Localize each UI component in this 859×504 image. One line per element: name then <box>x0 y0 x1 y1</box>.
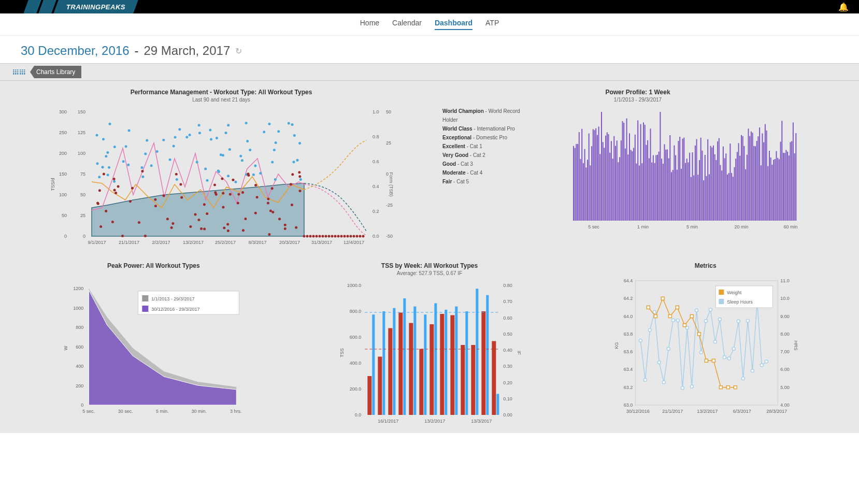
svg-text:0.0: 0.0 <box>354 412 361 417</box>
svg-rect-253 <box>651 163 652 221</box>
svg-rect-494 <box>719 290 724 295</box>
svg-rect-314 <box>737 152 738 221</box>
svg-point-138 <box>291 204 293 206</box>
svg-rect-302 <box>720 165 721 221</box>
svg-point-169 <box>141 170 144 172</box>
svg-rect-353 <box>791 141 792 221</box>
svg-point-43 <box>98 176 101 178</box>
svg-rect-207 <box>587 160 588 221</box>
nav-dashboard[interactable]: Dashboard <box>435 19 473 30</box>
svg-rect-343 <box>777 158 778 221</box>
svg-text:6.00: 6.00 <box>781 367 790 372</box>
svg-point-46 <box>209 129 211 132</box>
pp-subtitle: 1/1/2013 - 29/3/2017 <box>437 97 838 103</box>
svg-point-154 <box>298 171 300 174</box>
svg-rect-419 <box>481 311 485 415</box>
dashboard-toolbar: 𝍖𝍖 Charts Library <box>0 63 859 81</box>
svg-text:21/1/2017: 21/1/2017 <box>119 240 139 245</box>
svg-rect-219 <box>604 148 605 221</box>
svg-point-112 <box>278 218 281 220</box>
svg-rect-354 <box>793 122 794 221</box>
svg-point-186 <box>331 235 334 238</box>
notifications-icon[interactable]: 🔔 <box>838 2 849 12</box>
svg-rect-339 <box>771 165 772 221</box>
svg-rect-258 <box>658 152 660 221</box>
svg-rect-313 <box>735 159 736 221</box>
svg-rect-197 <box>573 146 574 221</box>
svg-point-76 <box>196 161 198 163</box>
logo[interactable]: TRAININGPEAKS <box>0 0 136 13</box>
svg-text:13/3/2017: 13/3/2017 <box>471 419 492 424</box>
svg-rect-487 <box>734 386 737 389</box>
metrics-panel[interactable]: Metrics 63.063.263.463.663.864.064.264.4… <box>572 262 838 425</box>
charts-library-tab[interactable]: Charts Library <box>30 66 81 78</box>
svg-text:0.60: 0.60 <box>503 315 512 321</box>
svg-rect-263 <box>665 150 666 221</box>
svg-rect-486 <box>727 386 730 389</box>
svg-point-67 <box>96 134 98 137</box>
svg-rect-303 <box>721 170 722 221</box>
svg-rect-403 <box>398 313 403 415</box>
svg-point-58 <box>222 154 224 156</box>
svg-text:0.30: 0.30 <box>503 364 512 369</box>
svg-point-145 <box>163 194 165 197</box>
svg-rect-214 <box>597 135 598 221</box>
svg-text:150: 150 <box>59 171 67 177</box>
svg-text:8.00: 8.00 <box>781 332 790 337</box>
svg-point-142 <box>154 198 156 201</box>
svg-point-132 <box>180 196 183 199</box>
chart-view-icon[interactable]: 𝍖𝍖 <box>12 68 26 76</box>
svg-rect-251 <box>649 158 650 221</box>
svg-text:0.0: 0.0 <box>373 234 379 239</box>
svg-point-174 <box>96 201 99 204</box>
svg-rect-283 <box>693 176 694 221</box>
svg-text:20 min: 20 min <box>734 224 748 229</box>
svg-point-136 <box>291 173 294 176</box>
power-profile-panel[interactable]: Power Profile: 1 Week 1/1/2013 - 29/3/20… <box>437 89 838 252</box>
nav-home[interactable]: Home <box>360 19 379 30</box>
svg-text:63.2: 63.2 <box>624 385 633 390</box>
svg-rect-296 <box>711 148 712 221</box>
svg-rect-475 <box>647 306 650 309</box>
nav-calendar[interactable]: Calendar <box>392 19 422 30</box>
svg-point-87 <box>141 176 144 178</box>
refresh-icon[interactable]: ↻ <box>235 46 242 56</box>
svg-point-464 <box>719 318 722 321</box>
svg-rect-206 <box>585 167 586 221</box>
svg-rect-351 <box>789 155 790 221</box>
svg-rect-308 <box>728 173 729 221</box>
peak-power-panel[interactable]: Peak Power: All Workout Types 0200400600… <box>21 262 287 425</box>
svg-rect-205 <box>584 149 585 221</box>
tss-week-panel[interactable]: TSS by Week: All Workout Types Average: … <box>297 262 563 425</box>
date-end[interactable]: 29 March, 2017 <box>144 44 230 58</box>
svg-text:5 min: 5 min <box>686 224 698 229</box>
svg-rect-335 <box>766 131 767 221</box>
svg-rect-275 <box>682 139 683 221</box>
svg-rect-345 <box>780 142 781 221</box>
svg-text:63.0: 63.0 <box>624 402 633 408</box>
svg-rect-415 <box>461 345 465 415</box>
svg-text:0.6: 0.6 <box>373 159 379 164</box>
svg-rect-285 <box>696 139 697 221</box>
svg-rect-478 <box>669 315 672 318</box>
svg-point-162 <box>290 183 292 185</box>
nav-atp[interactable]: ATP <box>485 19 499 30</box>
svg-text:0: 0 <box>83 234 85 239</box>
date-start[interactable]: 30 December, 2016 <box>21 44 129 58</box>
svg-rect-210 <box>591 146 592 221</box>
svg-text:31/3/2017: 31/3/2017 <box>311 240 332 245</box>
svg-point-183 <box>322 235 324 238</box>
pp-category-legend: World Champion - World Record HolderWorl… <box>437 107 531 236</box>
svg-point-153 <box>295 226 297 229</box>
svg-rect-336 <box>767 166 768 221</box>
svg-rect-260 <box>661 159 662 221</box>
svg-rect-281 <box>691 177 692 221</box>
svg-point-448 <box>644 379 647 382</box>
svg-point-188 <box>337 235 340 238</box>
svg-rect-416 <box>465 311 468 415</box>
svg-rect-341 <box>775 159 776 221</box>
svg-rect-278 <box>686 159 688 221</box>
svg-rect-237 <box>629 133 630 221</box>
pmc-chart-panel[interactable]: Performance Management - Workout Type: A… <box>21 89 422 252</box>
svg-rect-422 <box>496 394 499 415</box>
